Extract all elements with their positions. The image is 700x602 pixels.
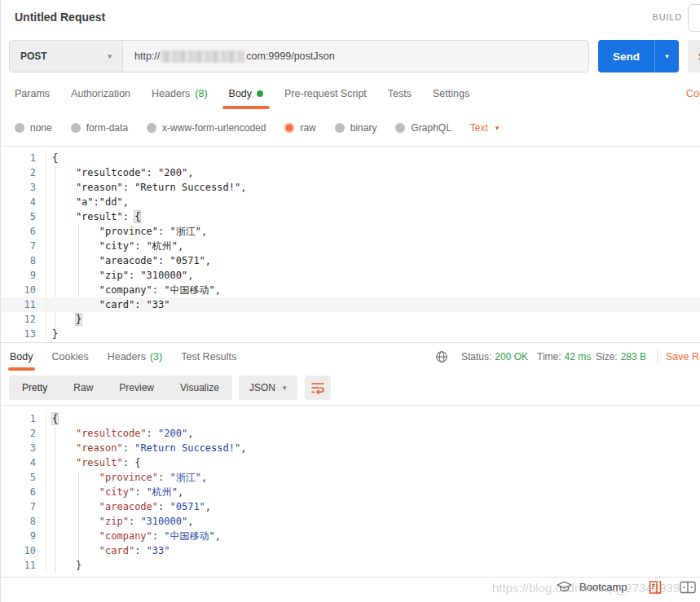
- code-token: ,: [240, 442, 246, 454]
- request-code-line[interactable]: 10 "company": "中国移动",: [1, 283, 700, 297]
- send-options-caret-icon[interactable]: ▾: [654, 40, 679, 73]
- code-token: "result":: [52, 211, 134, 222]
- response-code-line[interactable]: 1{: [1, 411, 700, 426]
- code-token: "company": [99, 530, 152, 542]
- size-indicator: Size:283 B: [596, 343, 646, 371]
- response-code-line[interactable]: 10 "card": "33": [1, 543, 700, 558]
- line-number: 8: [1, 253, 46, 268]
- request-code-line[interactable]: 3 "reason": "Return Successd!",: [1, 180, 700, 195]
- url-prefix: http://: [134, 51, 160, 62]
- response-code-line[interactable]: 7 "areacode": "0571",: [1, 499, 700, 514]
- body-type-form-data[interactable]: form-data: [71, 122, 128, 134]
- time-indicator: Time:42 ms: [537, 343, 591, 371]
- line-text: "zip": "310000",: [46, 268, 193, 283]
- line-number: 2: [1, 165, 46, 180]
- code-token: :: [158, 472, 169, 483]
- request-code-line[interactable]: 1{: [1, 151, 700, 165]
- code-token: "result": [76, 457, 123, 468]
- request-code-line[interactable]: 8 "areacode": "0571",: [1, 253, 700, 268]
- view-mode-visualize[interactable]: Visualize: [167, 376, 232, 400]
- request-code-line[interactable]: 13}: [1, 327, 700, 341]
- response-tab-body[interactable]: Body: [10, 343, 33, 371]
- code-token: ,: [187, 428, 193, 439]
- tab-headers[interactable]: Headers(8): [152, 78, 208, 109]
- save-button[interactable]: Save: [688, 40, 700, 73]
- code-token: [52, 428, 76, 439]
- response-code-line[interactable]: 5 "province": "浙江",: [1, 470, 700, 485]
- radio-label: x-www-form-urlencoded: [162, 122, 266, 134]
- code-token: "Return Successd!": [134, 442, 240, 454]
- send-button[interactable]: Send ▾: [598, 40, 679, 73]
- line-number: 9: [1, 268, 46, 283]
- response-tab-test-results[interactable]: Test Results: [181, 343, 236, 371]
- release-notes-button[interactable]: [648, 580, 663, 598]
- request-code-line[interactable]: 2 "resultcode": "200",: [1, 165, 700, 180]
- tab-settings[interactable]: Settings: [433, 78, 469, 109]
- radio-button-icon: [15, 123, 24, 133]
- code-token: "card": [99, 545, 134, 556]
- view-mode-preview[interactable]: Preview: [106, 376, 167, 400]
- response-tab-headers[interactable]: Headers(3): [108, 343, 163, 371]
- tab-pre-request-script[interactable]: Pre-request Script: [284, 78, 367, 109]
- response-body-editor[interactable]: 1{2 "resultcode": "200",3 "reason": "Ret…: [1, 405, 700, 578]
- method-select[interactable]: POST ▾: [10, 41, 123, 72]
- tab-params[interactable]: Params: [15, 78, 50, 109]
- response-code-line[interactable]: 11 }: [1, 558, 700, 573]
- code-token: :: [134, 486, 146, 498]
- body-type-x-www-form-urlencoded[interactable]: x-www-form-urlencoded: [147, 122, 266, 134]
- code-token: "resultcode": [76, 428, 147, 439]
- request-body-editor[interactable]: 1{2 "resultcode": "200",3 "reason": "Ret…: [1, 146, 700, 343]
- response-code-line[interactable]: 4 "result": {: [1, 455, 700, 470]
- request-code-line[interactable]: 11 "card": "33": [1, 297, 700, 312]
- save-response-button[interactable]: Save Response: [666, 343, 700, 371]
- wrap-lines-button[interactable]: [305, 376, 331, 400]
- view-mode-pretty[interactable]: Pretty: [9, 376, 60, 400]
- url-suffix: com:9999/postJson: [246, 51, 334, 62]
- code-token: "杭州": [147, 486, 178, 498]
- line-number: 7: [1, 499, 46, 514]
- line-text: }: [46, 312, 81, 327]
- response-code-line[interactable]: 3 "reason": "Return Successd!",: [1, 441, 700, 455]
- request-code-line[interactable]: 12 }: [1, 312, 700, 327]
- body-type-none[interactable]: none: [15, 122, 52, 134]
- code-link[interactable]: Code: [686, 78, 700, 109]
- code-token: :: [158, 501, 169, 512]
- request-code-line[interactable]: 6 "province": "浙江",: [1, 224, 700, 239]
- code-token: [52, 486, 99, 498]
- tab-count: (8): [195, 88, 207, 99]
- response-code-line[interactable]: 8 "zip": "310000",: [1, 514, 700, 529]
- line-number: 5: [1, 470, 46, 485]
- request-code-line[interactable]: 9 "zip": "310000",: [1, 268, 700, 283]
- tab-authorization[interactable]: Authorization: [71, 78, 130, 109]
- body-type-raw[interactable]: raw: [284, 122, 315, 134]
- url-input[interactable]: http:// com:9999/postJson: [123, 41, 588, 72]
- body-type-graphql[interactable]: GraphQL: [395, 122, 451, 134]
- response-code-line[interactable]: 6 "city": "杭州",: [1, 485, 700, 499]
- code-token: "200": [158, 428, 187, 439]
- line-text: }: [46, 558, 81, 573]
- line-text: }: [46, 327, 58, 341]
- body-type-binary[interactable]: binary: [335, 122, 377, 134]
- status-label: Time:: [537, 351, 561, 363]
- console-panes-button[interactable]: [680, 581, 696, 597]
- code-token: [52, 472, 99, 483]
- raw-format-dropdown[interactable]: Text ▾: [470, 122, 500, 134]
- radio-label: raw: [300, 122, 315, 134]
- comments-button[interactable]: [688, 4, 700, 32]
- tab-body[interactable]: Body: [229, 78, 264, 109]
- request-code-line[interactable]: 7 "city": "杭州",: [1, 239, 700, 253]
- bootcamp-button[interactable]: Bootcamp: [557, 581, 627, 593]
- code-token: {: [52, 413, 58, 424]
- code-token: "province": [99, 472, 158, 483]
- response-code-line[interactable]: 2 "resultcode": "200",: [1, 426, 700, 441]
- status-value: 283 B: [621, 351, 646, 363]
- request-code-line[interactable]: 5 "result": {: [1, 209, 700, 224]
- response-tab-cookies[interactable]: Cookies: [52, 343, 89, 371]
- request-code-line[interactable]: 4 "a":"dd",: [1, 195, 700, 209]
- code-token: :: [123, 442, 134, 454]
- response-code-line[interactable]: 9 "company": "中国移动",: [1, 529, 700, 543]
- tab-tests[interactable]: Tests: [388, 78, 412, 109]
- language-dropdown[interactable]: JSON ▾: [239, 376, 297, 400]
- view-mode-raw[interactable]: Raw: [60, 376, 106, 400]
- body-type-row: noneform-datax-www-form-urlencodedrawbin…: [1, 109, 700, 146]
